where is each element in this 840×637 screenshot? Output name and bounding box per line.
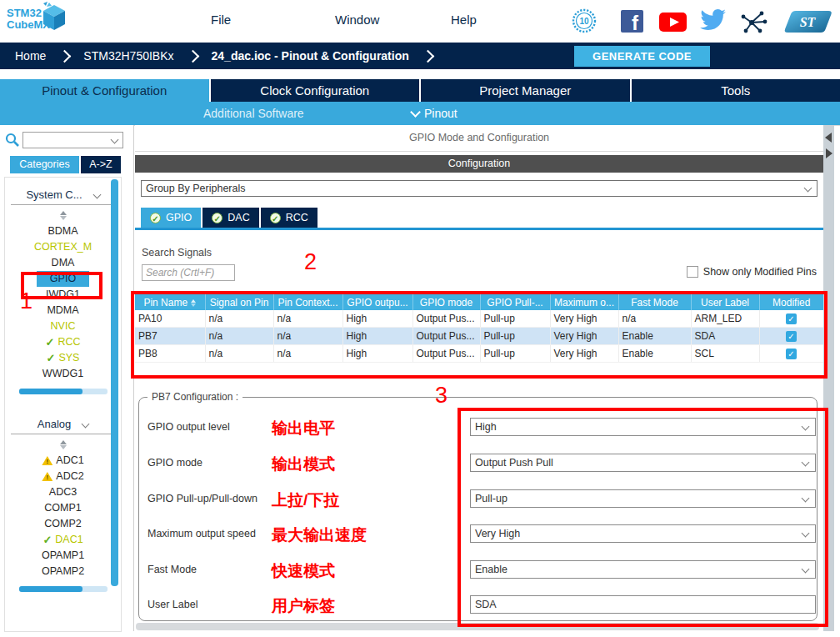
menu-window[interactable]: Window	[335, 13, 379, 27]
share-network-icon[interactable]	[740, 11, 768, 37]
peripheral-tabs-underline	[135, 228, 823, 230]
sidebar-horizontal-scrollbar[interactable]	[19, 389, 108, 394]
chevron-right-icon	[421, 49, 434, 63]
sidebar-tab-a-z[interactable]: A->Z	[81, 156, 121, 173]
svg-text:10: 10	[579, 17, 589, 26]
chevron-down-icon	[82, 420, 90, 429]
collapse-right-arrow-icon[interactable]	[826, 148, 832, 158]
youtube-icon[interactable]	[659, 13, 687, 35]
sidebar-section-header-analog[interactable]: Analog	[5, 417, 121, 431]
peripheral-tabs: ✓GPIO✓DAC✓RCC	[141, 208, 318, 228]
show-only-modified-label: Show only Modified Pins	[703, 266, 817, 278]
sidebar-scrollbar-thumb[interactable]	[111, 179, 118, 586]
sidebar-item-adc2[interactable]: ADC2	[5, 469, 121, 484]
config-annotation-zh: 输出模式	[272, 454, 335, 475]
sidebar-item-label: OPAMP1	[42, 549, 84, 561]
config-label: Maximum output speed	[148, 528, 256, 539]
search-signals-input[interactable]	[142, 264, 235, 281]
chevron-down-icon	[92, 191, 101, 199]
sidebar-tab-categories[interactable]: Categories	[10, 156, 79, 173]
st-logo-icon[interactable]: ST	[780, 9, 834, 38]
panel-title: GPIO Mode and Configuration	[135, 125, 823, 152]
sidebar-item-label: ADC2	[56, 470, 83, 482]
group-by-dropdown[interactable]: Group By Peripherals	[141, 180, 818, 197]
check-icon: ✓	[42, 534, 52, 546]
show-only-modified-checkbox[interactable]	[687, 266, 698, 278]
anniversary-10-years-badge-icon[interactable]: 10	[572, 8, 597, 37]
group-by-value: Group By Peripherals	[146, 183, 246, 194]
tab-pinout-configuration[interactable]: Pinout & Configuration	[0, 79, 211, 102]
breadcrumb-item-home[interactable]: Home	[15, 49, 46, 63]
spinner-up-icon	[60, 440, 67, 444]
chevron-down-icon	[804, 184, 812, 193]
scroll-spinner[interactable]	[5, 438, 121, 451]
sidebar-item-dma[interactable]: DMA	[5, 255, 121, 271]
sidebar-item-label: MDMA	[47, 304, 78, 316]
sidebar-horizontal-scrollbar[interactable]	[19, 586, 108, 592]
breadcrumb-item-24-dac-ioc-pinout-configuration[interactable]: 24_dac.ioc - Pinout & Configuration	[212, 49, 409, 63]
pinout-menu-button[interactable]: Pinout	[412, 107, 458, 120]
sidebar-item-comp2[interactable]: COMP2	[5, 516, 121, 532]
svg-text:ST: ST	[800, 15, 817, 29]
section-divider	[11, 434, 116, 434]
pb7-configuration-title: PB7 Configuration :	[148, 391, 242, 403]
chevron-right-icon	[58, 49, 72, 63]
peripheral-tab-label: DAC	[228, 208, 249, 228]
annotation-box-1	[21, 272, 102, 299]
sidebar-item-nvic[interactable]: NVIC	[5, 318, 121, 334]
configuration-header: Configuration	[135, 155, 823, 173]
twitter-icon[interactable]	[700, 9, 726, 35]
config-label: GPIO output level	[148, 421, 230, 433]
sidebar-search-combobox[interactable]	[22, 132, 123, 148]
sidebar-item-rcc[interactable]: ✓RCC	[5, 334, 121, 350]
config-annotation-zh: 最大输出速度	[272, 524, 367, 546]
facebook-icon[interactable]: f	[621, 10, 643, 36]
peripheral-tab-label: RCC	[286, 208, 308, 228]
config-annotation-zh: 用户标签	[272, 595, 335, 617]
configured-check-icon: ✓	[150, 213, 161, 223]
sidebar-item-cortex-m[interactable]: CORTEX_M	[5, 239, 121, 255]
configured-check-icon: ✓	[212, 213, 222, 223]
config-annotation-zh: 快速模式	[272, 560, 335, 582]
annotation-box-3	[458, 408, 828, 627]
sidebar-section-title: Analog	[38, 417, 71, 431]
topbar: STM32 CubeMX 10 f	[0, 0, 840, 43]
breadcrumb: HomeSTM32H750IBKx24_dac.ioc - Pinout & C…	[0, 43, 840, 69]
sidebar-item-label: CORTEX_M	[34, 241, 92, 253]
check-icon: ✓	[47, 352, 56, 364]
config-label: User Label	[148, 599, 198, 610]
scroll-spinner[interactable]	[5, 208, 121, 222]
sidebar-item-adc3[interactable]: ADC3	[5, 484, 121, 500]
peripheral-tab-rcc[interactable]: ✓RCC	[261, 208, 318, 228]
sidebar-item-opamp1[interactable]: OPAMP1	[5, 548, 121, 564]
show-only-modified-pins[interactable]: Show only Modified Pins	[687, 266, 817, 278]
config-label: Fast Mode	[148, 564, 197, 575]
config-annotation-zh: 上拉/下拉	[272, 489, 339, 511]
sidebar-item-label: ADC1	[56, 454, 83, 466]
collapse-left-arrow-icon[interactable]	[825, 133, 832, 143]
sidebar-item-sys[interactable]: ✓SYS	[5, 350, 121, 366]
sidebar-item-wwdg1[interactable]: WWDG1	[5, 366, 121, 382]
sidebar-item-label: COMP1	[44, 502, 81, 514]
peripheral-tab-dac[interactable]: ✓DAC	[202, 208, 258, 228]
sidebar-item-bdma[interactable]: BDMA	[5, 223, 121, 239]
menu-file[interactable]: File	[211, 13, 231, 27]
breadcrumb-item-stm32h750ibkx[interactable]: STM32H750IBKx	[83, 49, 173, 63]
annotation-number-3: 3	[435, 384, 448, 407]
tab-project-manager[interactable]: Project Manager	[421, 79, 632, 102]
sidebar-section-header-system-c[interactable]: System C...	[5, 188, 121, 202]
menu-help[interactable]: Help	[451, 13, 477, 27]
check-icon: ✓	[46, 336, 55, 349]
sidebar-item-opamp2[interactable]: OPAMP2	[5, 564, 121, 579]
annotation-box-2	[131, 291, 828, 379]
sidebar-item-comp1[interactable]: COMP1	[5, 500, 121, 516]
tab-tools[interactable]: Tools	[632, 79, 840, 102]
additional-software-button[interactable]: Additional Software	[203, 107, 304, 120]
sidebar-item-label: RCC	[58, 336, 80, 348]
sidebar-item-dac1[interactable]: ✓DAC1	[5, 532, 121, 548]
tab-clock-configuration[interactable]: Clock Configuration	[211, 79, 422, 102]
generate-code-button[interactable]: GENERATE CODE	[574, 46, 710, 67]
sidebar-item-adc1[interactable]: ADC1	[5, 453, 121, 469]
section-divider	[11, 204, 116, 205]
peripheral-tab-gpio[interactable]: ✓GPIO	[141, 208, 201, 228]
